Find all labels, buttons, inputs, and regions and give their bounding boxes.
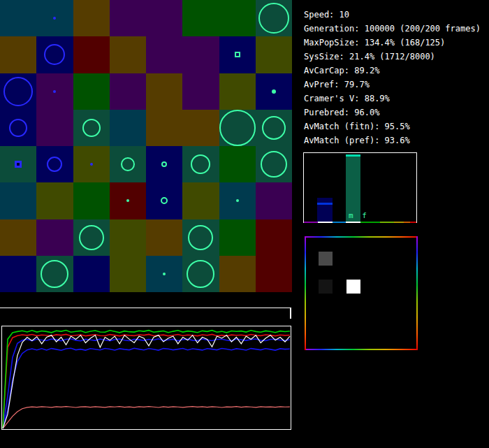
board-cell (36, 219, 73, 256)
board-cell (110, 219, 146, 256)
square-dot-mark (15, 161, 22, 168)
board-cell (182, 36, 219, 73)
history-chart (1, 326, 291, 430)
board-cell (0, 219, 36, 256)
board-cell (0, 256, 36, 292)
dot-mark (272, 89, 276, 94)
circle-mark (121, 157, 135, 171)
board-cell (110, 36, 146, 73)
history-chart-canvas (2, 326, 291, 429)
stat-line: SysSize: 21.4% (1712/8000) (304, 50, 481, 64)
circle-mark (82, 119, 101, 137)
circle-mark (9, 119, 27, 137)
stat-line: MaxPopSize: 134.4% (168/125) (304, 36, 481, 50)
circle-mark (219, 110, 256, 146)
male-bar-marker (317, 203, 333, 205)
square-mark (235, 52, 240, 57)
matrix-cell (346, 280, 360, 294)
matrix-border-left (305, 236, 306, 350)
board-cell (146, 219, 182, 256)
board-cell (256, 219, 292, 256)
world-grid[interactable] (0, 0, 292, 292)
board-cell (256, 256, 292, 292)
spectrum-segment (404, 222, 410, 223)
stat-line: AvMatch (fitn): 95.5% (304, 120, 481, 133)
species-hue-spectrum (304, 222, 416, 223)
spectrum-segment (410, 222, 416, 223)
board-cell (219, 146, 256, 182)
dot-mark (90, 163, 93, 166)
circle-mark (187, 260, 214, 288)
female-bar-cap (346, 154, 360, 157)
circle-mark (3, 77, 33, 106)
board-cell (110, 0, 146, 36)
matrix-border-right (416, 236, 418, 350)
board-cell (219, 73, 256, 110)
board-cell (110, 73, 146, 110)
board-cell (182, 73, 219, 110)
stat-line: Generation: 100000 (200/200 frames) (304, 22, 481, 36)
stat-line: Speed: 10 (304, 8, 481, 22)
sex-ratio-chart: m f (303, 152, 417, 223)
board-cell (182, 0, 219, 36)
spectrum-segment (346, 222, 360, 223)
board-cell (256, 182, 292, 219)
circle-mark (258, 3, 289, 34)
board-cell (146, 0, 182, 36)
board-cell (219, 219, 256, 256)
circle-mark (41, 260, 68, 288)
board-cell (110, 256, 146, 292)
spectrum-segment (360, 222, 380, 223)
board-cell (73, 256, 110, 292)
spectrum-segment (394, 222, 404, 223)
board-cell (256, 36, 292, 73)
dot-mark (163, 273, 166, 275)
board-cell (182, 110, 219, 146)
board-cell (146, 110, 182, 146)
sex-ratio-label: m f (349, 211, 369, 220)
board-cell (73, 36, 110, 73)
board-cell (73, 0, 110, 36)
male-bar (317, 198, 333, 222)
matrix-border-top (305, 236, 418, 238)
circle-mark (188, 225, 213, 250)
square-dot-core (17, 163, 20, 166)
matrix-cell (319, 280, 333, 294)
board-cell (146, 36, 182, 73)
board-cell (36, 182, 73, 219)
board-cell (110, 110, 146, 146)
stats-panel: Speed: 10Generation: 100000 (200/200 fra… (304, 8, 481, 147)
spectrum-segment (380, 222, 394, 223)
simulation-window: Speed: 10Generation: 100000 (200/200 fra… (0, 0, 489, 448)
stat-line: AvMatch (pref): 93.6% (304, 133, 481, 147)
board-cell (146, 73, 182, 110)
circle-mark (261, 151, 287, 178)
spectrum-segment (333, 222, 346, 223)
board-cell (0, 0, 36, 36)
spectrum-segment (304, 222, 318, 223)
board-cell (219, 256, 256, 292)
board-cell (0, 182, 36, 219)
frame-progress-line (0, 308, 291, 308)
type-matrix-chart (305, 236, 418, 350)
board-cell (73, 73, 110, 110)
board-cell (0, 36, 36, 73)
stat-line: Purebred: 96.0% (304, 106, 481, 120)
frame-progress-tick (290, 308, 291, 319)
board-cell (219, 0, 256, 36)
board-cell (73, 182, 110, 219)
stat-line: AvPref: 79.7% (304, 78, 481, 92)
circle-mark (262, 116, 286, 140)
stat-line: Cramer's V: 88.9% (304, 92, 481, 106)
board-cell (36, 110, 73, 146)
stat-line: AvCarCap: 89.2% (304, 64, 481, 78)
matrix-cell (319, 252, 333, 266)
spectrum-segment (318, 222, 333, 223)
circle-mark (79, 225, 104, 250)
matrix-border-bottom (305, 349, 418, 350)
board-cell (182, 182, 219, 219)
